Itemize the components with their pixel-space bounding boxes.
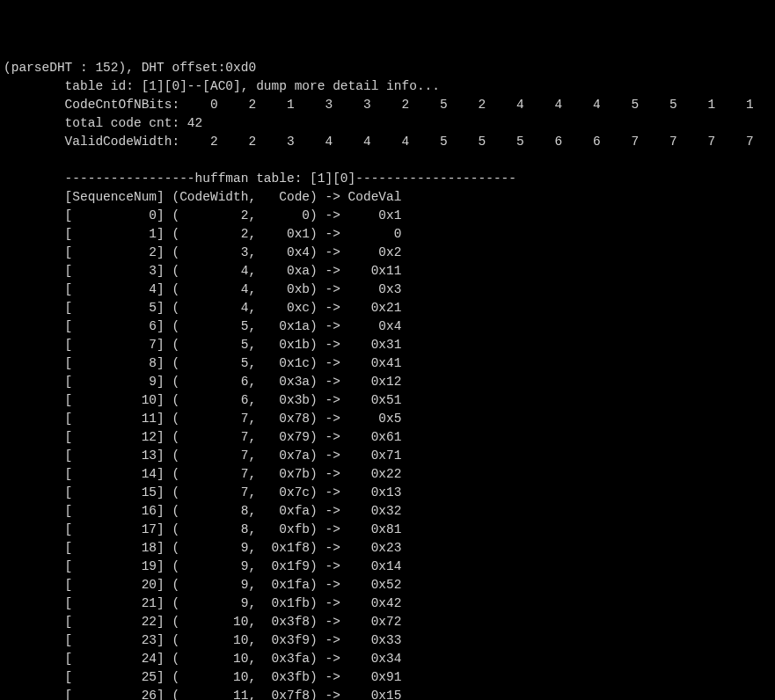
terminal-output: (parseDHT : 152), DHT offset:0xd0 table … (4, 59, 775, 700)
